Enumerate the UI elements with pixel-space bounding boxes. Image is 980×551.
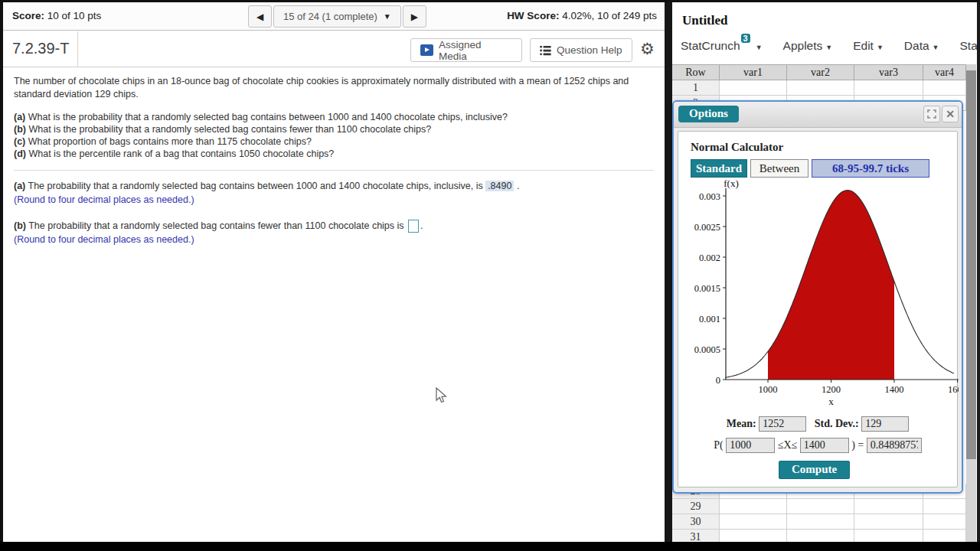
menu-data[interactable]: Data▼ [904, 39, 939, 53]
prev-arrow-icon: ◀ [256, 11, 263, 22]
prev-question-button[interactable]: ◀ [248, 5, 272, 28]
question-part-a: (a) What is the probability that a rando… [14, 111, 654, 123]
data-cell[interactable] [720, 499, 787, 514]
notification-badge: 3 [741, 34, 750, 43]
column-header-row[interactable]: Row [672, 65, 720, 80]
inequality-label: ≤X≤ [778, 439, 797, 451]
column-header-var2[interactable]: var2 [787, 65, 854, 80]
data-cell[interactable] [787, 80, 854, 96]
question-position-label: 15 of 24 (1 complete) [283, 11, 377, 22]
answer-a-value[interactable]: .8490 [485, 181, 514, 191]
row-number-cell[interactable]: 29 [672, 499, 720, 514]
mouse-cursor [436, 387, 448, 404]
part-text: What is the percentile rank of a bag tha… [28, 148, 334, 159]
rounding-hint: (Round to four decimal places as needed.… [14, 233, 654, 247]
tab-between[interactable]: Between [750, 159, 808, 178]
lower-bound-input[interactable] [726, 438, 775, 453]
hw-score-group: HW Score: 4.02%, 10 of 249 pts [507, 10, 657, 21]
calculator-heading: Normal Calculator [691, 141, 783, 154]
mean-input[interactable] [759, 416, 806, 432]
svg-text:0.002: 0.002 [699, 253, 720, 263]
assigned-media-button[interactable]: Assigned Media [410, 38, 522, 62]
chevron-down-icon: ▼ [756, 44, 763, 51]
menu-label: Data [904, 39, 929, 53]
upper-bound-input[interactable] [800, 438, 849, 453]
options-title-button[interactable]: Options [678, 106, 739, 122]
part-label: (a) [14, 112, 25, 122]
question-toolbar: 7.2.39-T Assigned Media Question Help ⚙ [3, 31, 665, 67]
data-cell[interactable] [923, 80, 966, 96]
data-cell[interactable] [854, 514, 923, 530]
close-icon: ✕ [946, 108, 955, 120]
letterbox-bottom [0, 542, 980, 551]
part-text: What proportion of bags contains more th… [28, 136, 312, 147]
probability-row: P( ≤X≤ ) = [678, 438, 957, 453]
hw-score-label: HW Score: [507, 10, 559, 21]
ticks-toggle-button[interactable]: 68-95-99.7 ticks [812, 159, 929, 178]
question-position-dropdown[interactable]: 15 of 24 (1 complete) ▼ [273, 5, 401, 28]
question-help-button[interactable]: Question Help [530, 38, 632, 62]
row-number-cell[interactable]: 1 [672, 80, 720, 96]
table-row[interactable]: 29 [672, 499, 966, 514]
p-open-label: P( [714, 439, 723, 451]
dialog-body: Normal Calculator Standard Between 68-95… [678, 131, 958, 487]
result-input[interactable] [867, 438, 922, 453]
expand-button[interactable] [923, 106, 940, 122]
svg-text:0.0005: 0.0005 [694, 344, 720, 355]
scrollbar-thumb[interactable] [966, 70, 976, 459]
data-cell[interactable] [787, 514, 854, 530]
svg-text:0.0015: 0.0015 [694, 283, 720, 294]
answer-text: The probability that a randomly selected… [28, 220, 403, 231]
table-row[interactable]: 30 [672, 514, 966, 530]
menu-edit[interactable]: Edit▼ [853, 39, 884, 53]
letterbox-top [0, 0, 980, 2]
answer-suffix: . [517, 181, 519, 191]
question-part-c: (c) What proportion of bags contains mor… [14, 135, 654, 148]
menu-applets[interactable]: Applets▼ [783, 39, 833, 53]
data-cell[interactable] [923, 499, 966, 514]
statcrunch-window: Untitled StatCrunch3▼ Applets▼ Edit▼ Dat… [672, 2, 977, 542]
svg-text:0.0025: 0.0025 [694, 222, 720, 233]
svg-text:0: 0 [716, 375, 720, 386]
score-bar: Score: 10 of 10 pts ◀ 15 of 24 (1 comple… [3, 2, 665, 31]
letterbox-left [0, 0, 3, 551]
question-nav: ◀ 15 of 24 (1 complete) ▼ ▶ [248, 5, 426, 28]
chevron-down-icon: ▼ [384, 12, 391, 21]
data-cell[interactable] [923, 514, 966, 530]
part-text: What is the probability that a randomly … [28, 124, 431, 135]
column-header-var4[interactable]: var4 [923, 65, 966, 80]
score-label: Score: [12, 10, 44, 21]
svg-text:f(x): f(x) [724, 178, 739, 189]
compute-button[interactable]: Compute [779, 461, 850, 479]
tab-standard[interactable]: Standard [691, 159, 747, 178]
svg-text:1000: 1000 [759, 384, 778, 395]
part-label: (d) [14, 148, 26, 159]
table-row[interactable]: 1 [672, 80, 966, 96]
homework-panel: Score: 10 of 10 pts ◀ 15 of 24 (1 comple… [3, 2, 665, 542]
column-header-var3[interactable]: var3 [854, 65, 923, 80]
data-cell[interactable] [720, 80, 787, 96]
expand-icon [927, 109, 936, 119]
row-number-cell[interactable]: 30 [672, 514, 720, 530]
next-question-button[interactable]: ▶ [403, 5, 426, 28]
close-button[interactable]: ✕ [942, 106, 959, 122]
vertical-scrollbar[interactable] [966, 64, 976, 542]
column-header-var1[interactable]: var1 [720, 65, 787, 80]
gear-icon[interactable]: ⚙ [640, 41, 655, 57]
divider [14, 170, 654, 171]
svg-text:1400: 1400 [885, 384, 904, 395]
menu-label: Applets [783, 39, 823, 53]
menu-statcrunch[interactable]: StatCrunch3▼ [681, 39, 763, 53]
spreadsheet-header: Row var1 var2 var3 var4 [672, 64, 966, 80]
answer-b-input[interactable] [408, 220, 419, 233]
dialog-titlebar[interactable]: Options ✕ [674, 102, 962, 128]
sd-input[interactable] [861, 416, 909, 432]
data-cell[interactable] [854, 80, 923, 96]
answer-b-block: (b) The probability that a randomly sele… [14, 220, 654, 247]
answer-b-line: (b) The probability that a randomly sele… [14, 220, 654, 233]
data-cell[interactable] [854, 499, 923, 514]
answer-suffix: . [420, 220, 423, 231]
data-cell[interactable] [787, 499, 854, 514]
data-cell[interactable] [720, 514, 787, 530]
menu-label: StatCrunch [681, 39, 740, 53]
